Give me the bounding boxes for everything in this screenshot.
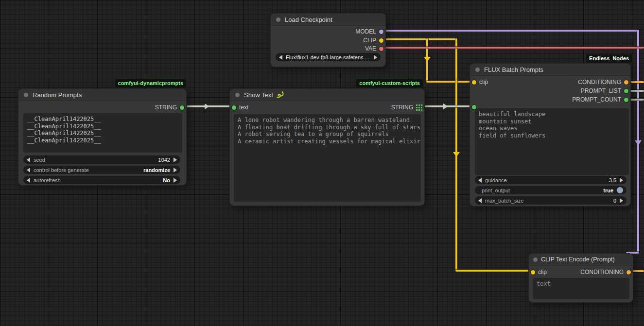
output-slot-clip[interactable]: CLIP <box>363 36 385 44</box>
guidance-widget[interactable]: guidance 3.5 <box>475 176 627 184</box>
link-string-showtext-to-flux <box>424 105 472 107</box>
node-header[interactable]: Load Checkpoint <box>271 14 385 26</box>
slot-label: CONDITIONING <box>580 269 624 275</box>
widget-value: 1042 <box>158 157 170 163</box>
link-string-arrow-icon <box>205 103 209 109</box>
decrement-icon[interactable] <box>478 198 482 203</box>
input-slot-clip[interactable]: clip <box>529 268 547 276</box>
collapse-dot-icon[interactable] <box>475 68 480 72</box>
node-title: Random Prompts <box>33 91 82 99</box>
conditioning-slot-icon[interactable] <box>627 270 631 275</box>
widget-label: guidance <box>485 177 606 183</box>
slot-label: CLIP <box>363 37 376 44</box>
node-load-checkpoint[interactable]: Load Checkpoint MODEL CLIP VAE Flux\flux… <box>271 14 385 67</box>
widget-value: true <box>603 188 613 193</box>
decrement-icon[interactable] <box>27 178 30 183</box>
node-pack-badge: Endless_Nodes <box>586 54 632 63</box>
link-conditioning-2 <box>631 270 644 272</box>
output-slot-prompt-count[interactable]: PROMPT_COUNT <box>572 96 630 103</box>
node-header[interactable]: FLUX Batch Prompts <box>470 64 630 76</box>
prompts-textarea[interactable]: __CleanApril1422025__ __CleanApril142202… <box>23 113 182 153</box>
max-batch-size-widget[interactable]: max_batch_size 0 <box>475 196 627 205</box>
node-random-prompts[interactable]: Random Prompts STRING __CleanApril142202… <box>18 89 186 185</box>
input-slot-text[interactable]: text <box>230 103 248 111</box>
widget-label: seed <box>34 157 155 163</box>
slot-label: MODEL <box>355 28 376 35</box>
output-slot-model[interactable]: MODEL <box>355 28 385 35</box>
increment-icon[interactable] <box>174 157 177 162</box>
node-header[interactable]: CLIP Text Encode (Prompt) <box>529 254 633 266</box>
widget-value: 3.5 <box>609 177 616 183</box>
node-header[interactable]: Random Prompts <box>18 89 186 101</box>
prompt-textarea[interactable]: text <box>533 278 629 299</box>
link-string-arrow-icon <box>443 103 448 109</box>
node-header[interactable]: Show Text <box>230 89 424 101</box>
node-title: FLUX Batch Prompts <box>484 66 543 73</box>
collapse-dot-icon[interactable] <box>533 257 538 262</box>
control-before-generate-widget[interactable]: control before generate randomize <box>23 166 180 174</box>
node-clip-text-encode[interactable]: CLIP Text Encode (Prompt) clip CONDITION… <box>529 254 633 302</box>
widget-value: No <box>163 177 170 183</box>
link-clip <box>455 270 531 272</box>
batch-prompts-textarea[interactable]: beautiful landscape mountain sunset ocea… <box>475 108 629 175</box>
widget-value: randomize <box>143 167 170 173</box>
conditioning-slot-icon[interactable] <box>624 80 628 85</box>
comfyui-canvas[interactable]: { "colors": { "model_link": "#b39ddb", "… <box>0 0 644 326</box>
seed-widget[interactable]: seed 1042 <box>23 155 180 164</box>
shown-text-area[interactable]: A lone robot wandering through a barren … <box>234 114 421 202</box>
decrement-icon[interactable] <box>478 178 482 183</box>
string-slot-icon[interactable] <box>624 89 628 93</box>
increment-icon[interactable] <box>174 178 177 183</box>
node-flux-batch-prompts[interactable]: FLUX Batch Prompts clip CONDITIONING PRO… <box>470 64 630 206</box>
node-show-text[interactable]: Show Text text STRING A lone robot wande… <box>230 89 424 206</box>
link-prompt-list <box>629 90 644 92</box>
link-model <box>385 30 638 32</box>
slot-label: clip <box>538 269 547 275</box>
toggle-icon[interactable] <box>617 187 623 193</box>
clip-slot-icon[interactable] <box>379 38 383 43</box>
link-clip <box>426 81 472 83</box>
link-model-arrow-icon <box>635 140 642 145</box>
string-slot-icon[interactable] <box>624 98 628 102</box>
output-slot-prompt-list[interactable]: PROMPT_LIST <box>581 87 630 95</box>
string-slot-icon[interactable] <box>180 105 184 110</box>
output-slot-conditioning[interactable]: CONDITIONING <box>580 268 633 276</box>
decrement-icon[interactable] <box>27 157 30 162</box>
collapse-dot-icon[interactable] <box>235 93 240 97</box>
combo-next-icon[interactable] <box>374 55 377 60</box>
model-slot-icon[interactable] <box>379 30 383 34</box>
decrement-icon[interactable] <box>27 168 30 172</box>
string-slot-icon[interactable] <box>232 105 236 110</box>
slot-label: PROMPT_LIST <box>581 87 621 94</box>
vae-slot-icon[interactable] <box>379 47 383 51</box>
output-slot-string[interactable]: STRING <box>391 103 424 111</box>
output-slot-conditioning[interactable]: CONDITIONING <box>578 78 630 86</box>
list-output-grid-icon[interactable] <box>416 104 422 111</box>
widget-label: control before generate <box>34 167 140 173</box>
combo-prev-icon[interactable] <box>279 55 282 60</box>
increment-icon[interactable] <box>174 168 177 172</box>
slot-label: clip <box>479 79 488 86</box>
ckpt-name-combo[interactable]: Flux\flux1-dev-fp8.large.safetens ... <box>276 53 381 61</box>
node-title: CLIP Text Encode (Prompt) <box>541 256 615 263</box>
clip-slot-icon[interactable] <box>531 270 535 275</box>
autorefresh-widget[interactable]: autorefresh No <box>23 176 180 184</box>
input-slot-clip[interactable]: clip <box>470 78 488 86</box>
clip-slot-icon[interactable] <box>472 80 476 85</box>
link-vae <box>385 47 644 49</box>
slot-label: STRING <box>155 104 177 111</box>
print-output-toggle[interactable]: print_output true <box>475 186 627 194</box>
python-snake-icon <box>276 91 284 98</box>
link-clip <box>385 38 457 40</box>
node-title: Load Checkpoint <box>285 16 332 23</box>
output-slot-vae[interactable]: VAE <box>365 45 385 52</box>
collapse-dot-icon[interactable] <box>276 17 280 22</box>
increment-icon[interactable] <box>620 178 623 183</box>
slot-label: PROMPT_COUNT <box>572 96 621 103</box>
increment-icon[interactable] <box>620 198 623 203</box>
link-prompt-count <box>629 99 644 101</box>
output-slot-string[interactable]: STRING <box>155 103 186 111</box>
link-clip-arrow-icon <box>424 57 431 62</box>
widget-label: autorefresh <box>34 177 159 183</box>
collapse-dot-icon[interactable] <box>24 93 28 97</box>
